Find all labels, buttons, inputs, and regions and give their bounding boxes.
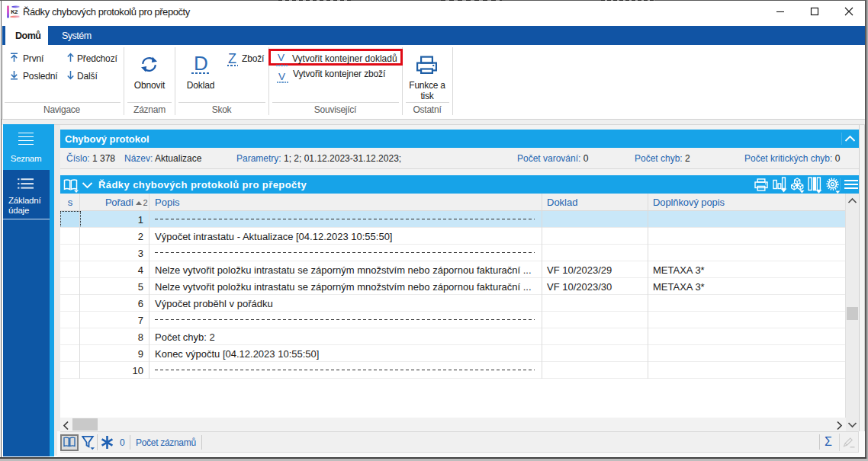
svg-text:K2: K2 (11, 8, 18, 15)
